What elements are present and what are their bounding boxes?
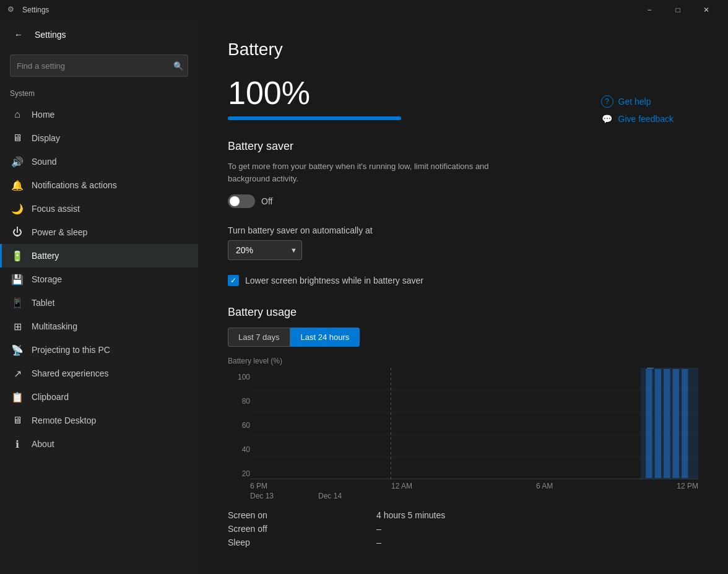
get-help-label: Get help bbox=[618, 97, 651, 107]
battery-bar-container bbox=[228, 116, 401, 120]
svg-rect-10 bbox=[664, 369, 670, 478]
checkbox-label: Lower screen brightness while in battery… bbox=[245, 276, 423, 285]
back-button[interactable]: ← bbox=[10, 26, 27, 43]
get-help-link[interactable]: ? Get help bbox=[601, 95, 674, 108]
x-label-6pm: 6 PM bbox=[250, 482, 267, 490]
dropdown-wrapper: 5%10%15%20%25%30%Never ▼ bbox=[228, 240, 302, 260]
page-title: Battery bbox=[228, 40, 698, 59]
battery-bar-fill bbox=[228, 116, 401, 120]
maximize-button[interactable]: □ bbox=[664, 0, 692, 20]
help-section: ? Get help 💬 Give feedback bbox=[601, 95, 674, 125]
projecting-icon: 📡 bbox=[12, 344, 23, 355]
search-icon: 🔍 bbox=[173, 61, 183, 71]
sidebar-item-label-power: Power & sleep bbox=[32, 227, 87, 237]
sidebar-item-power[interactable]: ⏻Power & sleep bbox=[0, 220, 198, 244]
checkbox-row: ✓ Lower screen brightness while in batte… bbox=[228, 275, 698, 286]
sidebar-item-about[interactable]: ℹAbout bbox=[0, 432, 198, 456]
sidebar-item-shared[interactable]: ↗Shared experiences bbox=[0, 362, 198, 385]
sidebar-item-projecting[interactable]: 📡Projecting to this PC bbox=[0, 338, 198, 362]
power-icon: ⏻ bbox=[12, 227, 23, 238]
sidebar-item-label-battery: Battery bbox=[32, 251, 59, 261]
main-content: ? Get help 💬 Give feedback Battery 100% … bbox=[198, 20, 728, 574]
sidebar-item-remote[interactable]: 🖥Remote Desktop bbox=[0, 409, 198, 432]
usage-stats: Screen on 4 hours 5 minutes Screen off –… bbox=[228, 510, 698, 547]
tab-7days[interactable]: Last 7 days bbox=[228, 328, 290, 347]
y-label-60: 60 bbox=[228, 421, 250, 430]
sidebar-item-label-about: About bbox=[32, 439, 54, 449]
give-feedback-link[interactable]: 💬 Give feedback bbox=[601, 113, 674, 125]
svg-rect-12 bbox=[682, 369, 688, 478]
sound-icon: 🔊 bbox=[12, 156, 23, 167]
svg-rect-8 bbox=[646, 369, 652, 478]
sidebar-item-multitasking[interactable]: ⊞Multitasking bbox=[0, 315, 198, 338]
sidebar-item-home[interactable]: ⌂Home bbox=[0, 103, 198, 126]
chart-dates: Dec 13 Dec 14 bbox=[250, 492, 698, 500]
sidebar-item-sound[interactable]: 🔊Sound bbox=[0, 150, 198, 173]
sidebar-header: ← Settings bbox=[0, 20, 198, 50]
chart-y-labels: 100 80 60 40 20 bbox=[228, 368, 250, 500]
give-feedback-label: Give feedback bbox=[618, 114, 674, 124]
sidebar-item-label-focus: Focus assist bbox=[32, 204, 80, 214]
tab-row: Last 7 days Last 24 hours bbox=[228, 328, 698, 347]
brightness-checkbox[interactable]: ✓ bbox=[228, 275, 239, 286]
check-icon: ✓ bbox=[230, 276, 236, 285]
screen-on-label: Screen on bbox=[228, 510, 314, 520]
x-label-6am: 6 AM bbox=[536, 482, 553, 490]
sidebar-item-label-remote: Remote Desktop bbox=[32, 415, 96, 425]
y-label-20: 20 bbox=[228, 469, 250, 478]
focus-icon: 🌙 bbox=[12, 203, 23, 214]
y-label-100: 100 bbox=[228, 373, 250, 381]
sidebar-item-label-sound: Sound bbox=[32, 157, 56, 167]
sidebar-item-battery[interactable]: 🔋Battery bbox=[0, 244, 198, 267]
svg-rect-9 bbox=[655, 369, 661, 478]
toggle-thumb bbox=[230, 196, 240, 206]
battery-threshold-select[interactable]: 5%10%15%20%25%30%Never bbox=[228, 240, 302, 260]
toggle-label: Off bbox=[261, 196, 272, 206]
sidebar: ← Settings 🔍 System ⌂Home🖥Display🔊Sound🔔… bbox=[0, 20, 198, 574]
sidebar-item-focus[interactable]: 🌙Focus assist bbox=[0, 197, 198, 220]
chart-wrapper: 6 PM 12 AM 6 AM 12 PM Dec 13 Dec 14 bbox=[250, 368, 698, 500]
app-body: ← Settings 🔍 System ⌂Home🖥Display🔊Sound🔔… bbox=[0, 20, 728, 574]
sleep-value: – bbox=[376, 537, 381, 547]
main-inner: ? Get help 💬 Give feedback Battery 100% … bbox=[228, 40, 698, 547]
nav-list: ⌂Home🖥Display🔊Sound🔔Notifications & acti… bbox=[0, 103, 198, 456]
sidebar-item-display[interactable]: 🖥Display bbox=[0, 126, 198, 150]
tab-24hours[interactable]: Last 24 hours bbox=[290, 328, 360, 347]
sidebar-item-label-shared: Shared experiences bbox=[32, 368, 109, 378]
battery-saver-toggle[interactable] bbox=[228, 194, 255, 208]
close-button[interactable]: ✕ bbox=[692, 0, 721, 20]
sleep-label: Sleep bbox=[228, 537, 314, 547]
sidebar-item-tablet[interactable]: 📱Tablet bbox=[0, 291, 198, 315]
sidebar-item-label-display: Display bbox=[32, 133, 60, 143]
sidebar-item-label-clipboard: Clipboard bbox=[32, 392, 69, 402]
chart-y-label: Battery level (%) bbox=[228, 357, 698, 365]
battery-usage-title: Battery usage bbox=[228, 306, 698, 319]
sidebar-item-storage[interactable]: 💾Storage bbox=[0, 267, 198, 291]
auto-label: Turn battery saver on automatically at bbox=[228, 225, 698, 235]
sidebar-item-label-storage: Storage bbox=[32, 274, 62, 284]
sidebar-item-clipboard[interactable]: 📋Clipboard bbox=[0, 385, 198, 409]
about-icon: ℹ bbox=[12, 438, 23, 450]
storage-icon: 💾 bbox=[12, 274, 23, 285]
screen-off-row: Screen off – bbox=[228, 524, 698, 534]
search-box: 🔍 bbox=[10, 54, 188, 77]
help-icon: ? bbox=[601, 95, 613, 108]
sleep-row: Sleep – bbox=[228, 537, 698, 547]
feedback-icon: 💬 bbox=[601, 113, 613, 125]
sidebar-item-notifications[interactable]: 🔔Notifications & actions bbox=[0, 173, 198, 197]
shared-icon: ↗ bbox=[12, 368, 23, 379]
screen-on-row: Screen on 4 hours 5 minutes bbox=[228, 510, 698, 520]
screen-on-value: 4 hours 5 minutes bbox=[376, 510, 445, 520]
sidebar-item-label-notifications: Notifications & actions bbox=[32, 180, 117, 190]
battery-icon: 🔋 bbox=[12, 250, 23, 261]
search-input[interactable] bbox=[10, 54, 188, 77]
minimize-button[interactable]: − bbox=[635, 0, 664, 20]
date-dec13: Dec 13 bbox=[250, 492, 274, 500]
window-controls: − □ ✕ bbox=[635, 0, 721, 20]
date-dec14: Dec 14 bbox=[318, 492, 342, 500]
system-label: System bbox=[0, 87, 198, 103]
chart-x-labels: 6 PM 12 AM 6 AM 12 PM bbox=[250, 479, 698, 490]
settings-icon: ⚙ bbox=[7, 5, 17, 15]
tablet-icon: 📱 bbox=[12, 297, 23, 308]
sidebar-item-label-projecting: Projecting to this PC bbox=[32, 345, 110, 355]
